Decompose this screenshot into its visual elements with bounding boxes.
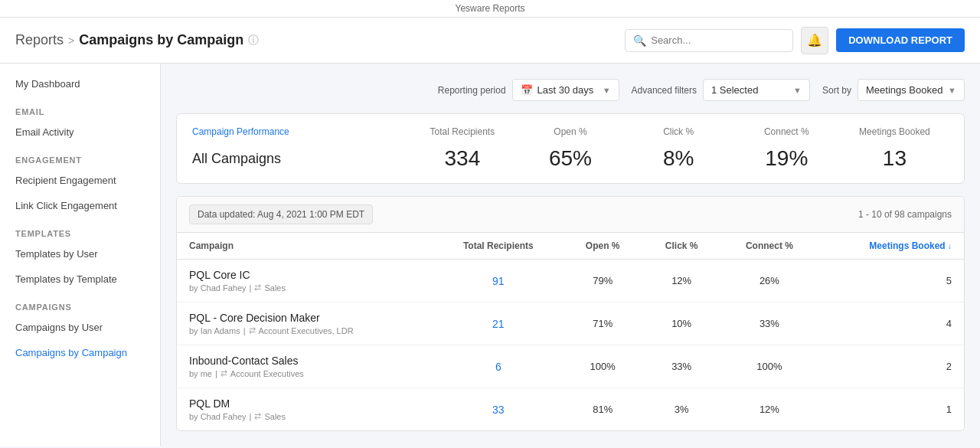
col-header-open: Open % [563,233,642,260]
summary-header: Campaign Performance Total Recipients Op… [192,126,949,137]
total-recipients-value: 91 [434,260,563,302]
bell-icon: 🔔 [807,33,822,47]
meetings-value: 4 [818,302,964,345]
sidebar-item-campaigns-by-user[interactable]: Campaigns by User [0,315,160,340]
reporting-period-select[interactable]: 📅 Last 30 days ▼ [512,79,619,101]
campaign-name[interactable]: PQL Core IC [189,269,422,281]
summary-col-click: Click % [625,126,733,137]
advanced-filters-group: Advanced filters 1 Selected ▼ [632,79,810,101]
sort-by-select[interactable]: Meetings Booked ▼ [858,79,965,101]
advanced-filters-label: Advanced filters [632,85,697,96]
table-meta-bar: Data updated: Aug 4, 2021 1:00 PM EDT 1 … [177,197,964,233]
breadcrumb-reports[interactable]: Reports [15,32,64,48]
summary-col-open: Open % [516,126,624,137]
open-value: 79% [563,260,642,302]
sidebar-section-templates: TEMPLATES [0,218,160,241]
sidebar-item-templates-by-template[interactable]: Templates by Template [0,267,160,292]
campaign-team: Sales [264,412,286,421]
campaign-cell: Inbound-Contact Sales by me | ⇄ Account … [177,345,434,388]
meetings-value: 1 [818,388,964,431]
summary-col-meetings: Meetings Booked [841,126,949,137]
chevron-down-icon-3: ▼ [948,86,956,95]
pipe-separator: | [250,283,252,293]
summary-col-connect: Connect % [733,126,841,137]
sidebar-item-email-activity[interactable]: Email Activity [0,119,160,145]
sort-by-label: Sort by [822,85,851,96]
campaign-name[interactable]: PQL - Core Decision Maker [189,312,422,324]
connect-value: 100% [720,345,818,388]
header-right: 🔍 🔔 DOWNLOAD REPORT [625,27,965,54]
pipe-separator: | [215,369,217,378]
table-row: PQL Core IC by Chad Fahey | ⇄ Sales 91 7… [177,260,964,302]
open-value: 81% [563,388,642,431]
connect-value: 26% [720,260,818,302]
col-header-total-recipients: Total Recipients [434,233,563,260]
open-value: 100% [563,345,642,388]
click-value: 12% [642,260,720,302]
campaign-meta: by Chad Fahey | ⇄ Sales [189,411,422,421]
breadcrumb-chevron: > [68,34,74,47]
summary-value-total: 334 [408,146,516,171]
campaign-author: by Ian Adams [189,326,240,335]
reporting-period-value: Last 30 days [537,84,594,96]
click-value: 33% [642,345,720,388]
search-box[interactable]: 🔍 [625,29,793,52]
campaign-team: Sales [264,283,286,293]
header: Reports > Campaigns by Campaign ⓘ 🔍 🔔 DO… [0,18,980,64]
campaigns-table: Campaign Total Recipients Open % Click %… [177,233,964,430]
main-content: Reporting period 📅 Last 30 days ▼ Advanc… [161,64,980,446]
campaign-cell: PQL Core IC by Chad Fahey | ⇄ Sales [177,260,434,302]
sidebar-item-recipient-engagement[interactable]: Recipient Engagement [0,168,160,193]
top-bar: Yesware Reports [0,0,980,18]
download-report-button[interactable]: DOWNLOAD REPORT [836,28,965,52]
meetings-value: 2 [818,345,964,388]
summary-data-row: All Campaigns 334 65% 8% 19% 13 [192,146,949,171]
summary-value-open: 65% [516,146,624,171]
chevron-down-icon-2: ▼ [793,86,802,95]
open-value: 71% [563,302,642,345]
col-header-click: Click % [642,233,720,260]
sidebar-section-email: EMAIL [0,96,160,119]
reporting-period-label: Reporting period [438,85,506,96]
sort-arrow-icon: ↓ [948,242,952,250]
campaign-cell: PQL - Core Decision Maker by Ian Adams |… [177,302,434,345]
campaign-meta: by me | ⇄ Account Executives [189,368,422,378]
share-icon: ⇄ [249,325,256,335]
table-updated-text: Data updated: Aug 4, 2021 1:00 PM EDT [189,204,373,224]
sidebar-item-templates-by-user[interactable]: Templates by User [0,241,160,267]
pipe-separator: | [250,412,252,421]
share-icon: ⇄ [220,368,227,378]
total-recipients-value: 6 [434,345,563,388]
summary-row-label: All Campaigns [192,151,408,167]
campaign-meta: by Ian Adams | ⇄ Account Executives, LDR [189,325,422,335]
campaign-team: Account Executives [230,369,304,378]
sidebar-item-link-click-engagement[interactable]: Link Click Engagement [0,193,160,218]
pipe-separator: | [243,326,246,335]
breadcrumb: Reports > Campaigns by Campaign ⓘ [15,32,259,48]
campaign-cell: PQL DM by Chad Fahey | ⇄ Sales [177,388,434,431]
search-input[interactable] [651,34,785,46]
campaign-name[interactable]: PQL DM [189,397,422,410]
search-icon: 🔍 [633,34,646,47]
info-icon[interactable]: ⓘ [248,34,259,47]
advanced-filters-select[interactable]: 1 Selected ▼ [703,79,810,101]
table-row: Inbound-Contact Sales by me | ⇄ Account … [177,345,964,388]
summary-card: Campaign Performance Total Recipients Op… [176,113,965,184]
notification-button[interactable]: 🔔 [801,27,828,54]
campaign-name[interactable]: Inbound-Contact Sales [189,355,422,367]
table-row: PQL - Core Decision Maker by Ian Adams |… [177,302,964,345]
chevron-down-icon: ▼ [603,86,611,95]
sidebar-section-engagement: ENGAGEMENT [0,145,160,168]
sidebar-section-campaigns: CAMPAIGNS [0,292,160,315]
campaign-author: by me [189,369,212,378]
sidebar-item-my-dashboard[interactable]: My Dashboard [0,71,160,96]
sort-by-group: Sort by Meetings Booked ▼ [822,79,965,101]
click-value: 3% [642,388,720,431]
sidebar-item-campaigns-by-campaign[interactable]: Campaigns by Campaign [0,340,160,365]
campaign-author: by Chad Fahey [189,412,247,421]
total-recipients-value: 33 [434,388,563,431]
filters-row: Reporting period 📅 Last 30 days ▼ Advanc… [176,79,965,101]
table-pagination: 1 - 10 of 98 campaigns [858,209,952,220]
col-header-meetings[interactable]: Meetings Booked ↓ [818,233,964,260]
summary-col-total-recipients: Total Recipients [408,126,516,137]
